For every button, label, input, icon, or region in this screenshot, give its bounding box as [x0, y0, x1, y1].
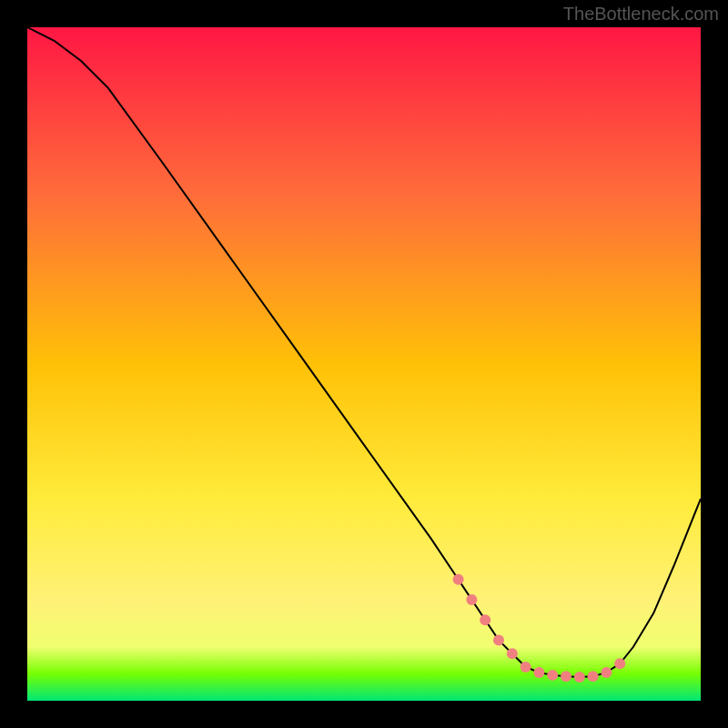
optimal-marker — [601, 667, 612, 678]
optimal-marker — [507, 648, 518, 659]
chart-svg — [27, 27, 701, 701]
optimal-marker — [533, 667, 544, 678]
optimal-marker — [453, 574, 464, 585]
plot-area — [27, 27, 701, 701]
optimal-marker — [480, 614, 490, 625]
optimal-marker — [574, 672, 585, 682]
watermark-text: TheBottleneck.com — [563, 4, 719, 25]
optimal-marker — [561, 671, 571, 682]
chart-container: TheBottleneck.com — [0, 0, 728, 728]
gradient-background — [27, 27, 701, 701]
optimal-marker — [614, 658, 625, 669]
optimal-marker — [493, 634, 504, 645]
optimal-marker — [466, 594, 477, 605]
optimal-marker — [588, 671, 599, 682]
optimal-marker — [521, 662, 531, 672]
optimal-marker — [547, 670, 558, 681]
